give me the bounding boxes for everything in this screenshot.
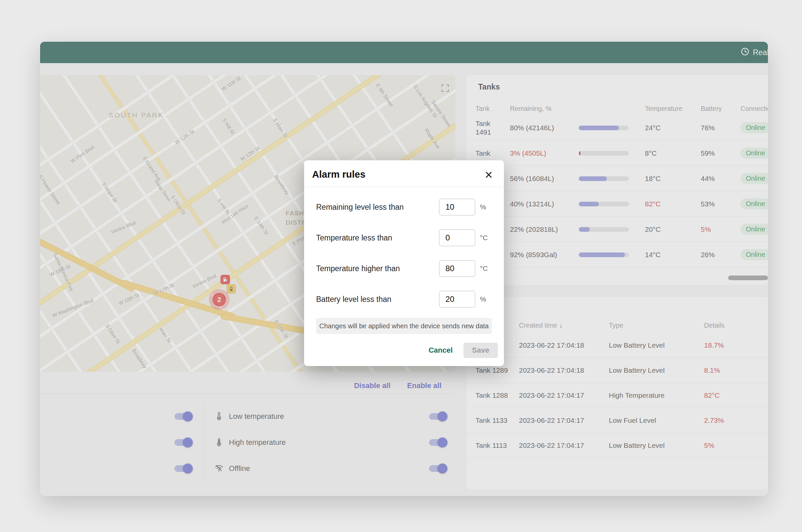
rule-row: Temperature higher than °C xyxy=(316,253,492,284)
rule-row: Temperature less than °C xyxy=(316,223,492,253)
rule-label: Battery level less than xyxy=(316,295,439,304)
rule-label: Temperature higher than xyxy=(316,264,439,273)
temperature-high-input[interactable] xyxy=(439,260,475,277)
rule-unit: % xyxy=(480,203,492,211)
save-button: Save xyxy=(464,343,498,358)
dialog-title: Alarm rules xyxy=(312,169,366,180)
remaining-level-input[interactable] xyxy=(439,199,475,215)
rule-row: Battery level less than % xyxy=(316,284,492,315)
rule-unit: % xyxy=(480,295,492,303)
apply-note: Changes will be applied when the device … xyxy=(316,318,492,334)
temperature-low-input[interactable] xyxy=(439,229,475,246)
rule-label: Remaining level less than xyxy=(316,203,439,212)
alarm-rules-dialog: Alarm rules × Remaining level less than … xyxy=(304,160,504,366)
rule-unit: °C xyxy=(480,265,492,272)
close-icon[interactable]: × xyxy=(485,169,492,180)
cancel-button[interactable]: Cancel xyxy=(423,343,459,358)
rule-unit: °C xyxy=(480,234,492,242)
battery-level-input[interactable] xyxy=(439,291,475,308)
rule-row: Remaining level less than % xyxy=(316,192,492,223)
rule-label: Temperature less than xyxy=(316,233,439,243)
